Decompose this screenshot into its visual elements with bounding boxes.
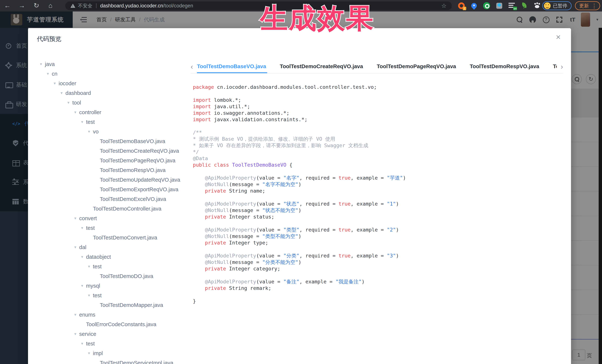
tree-node[interactable]: ▾enums [39, 310, 193, 320]
code-line: private Integer status; [193, 214, 566, 220]
caret-down-icon[interactable]: ▾ [86, 351, 91, 356]
tabs-scroll-right-icon[interactable]: › [557, 61, 563, 72]
caret-down-icon[interactable]: ▾ [80, 226, 85, 230]
file-tabs-bar: ‹ ToolTestDemoBaseVO.javaToolTestDemoCre… [191, 60, 563, 73]
tree-node[interactable]: ▾dataobject [39, 252, 193, 262]
tree-label: ToolTestDemoBaseVO.java [100, 138, 165, 144]
caret-down-icon[interactable]: ▾ [86, 264, 91, 269]
tree-leaf[interactable]: ToolTestDemoPageReqVO.java [39, 156, 193, 165]
tree-node[interactable]: ▾mysql [39, 281, 193, 291]
code-line: */ [193, 149, 566, 155]
profile-chip[interactable]: 已暂停 [542, 1, 572, 10]
tree-leaf[interactable]: ToolTestDemoDO.java [39, 271, 193, 281]
caret-down-icon[interactable]: ▾ [80, 283, 85, 288]
browser-menu-icon[interactable]: ⋮ [591, 3, 597, 9]
caret-down-icon[interactable]: ▾ [39, 62, 43, 67]
code-line: @NotNull(message = "类型不能为空") [193, 233, 566, 239]
code-line: @NotNull(message = "名字不能为空") [193, 181, 566, 187]
url-domain: dashboard.yudao.iocoder.cn [100, 3, 163, 9]
caret-down-icon[interactable]: ▾ [66, 100, 71, 105]
list-extension-icon[interactable]: on [508, 2, 516, 10]
tree-node[interactable]: ▾test [39, 117, 193, 127]
caret-down-icon[interactable]: ▾ [80, 254, 85, 259]
paw-extension-icon[interactable] [533, 2, 541, 10]
caret-down-icon[interactable]: ▾ [86, 129, 91, 134]
tree-label: vo [93, 129, 99, 135]
tree-leaf[interactable]: ToolTestDemoController.java [39, 204, 193, 214]
squares-extension-icon[interactable] [495, 2, 503, 10]
browser-update-button[interactable]: 更新 ⋮ [575, 1, 600, 10]
browser-back-icon[interactable]: ← [2, 0, 13, 11]
tab-tooltestdemobasevo-java[interactable]: ToolTestDemoBaseVO.java [197, 60, 266, 73]
tab-tooltestdemocreatereqvo-java[interactable]: ToolTestDemoCreateReqVO.java [280, 60, 363, 73]
browser-home-icon[interactable]: ⌂ [45, 0, 56, 11]
tree-leaf[interactable]: ToolTestDemoConvert.java [39, 233, 193, 242]
tree-node[interactable]: ▾convert [39, 214, 193, 223]
tree-node[interactable]: ▾java [39, 59, 193, 69]
tree-leaf[interactable]: ToolTestDemoRespVO.java [39, 165, 193, 175]
caret-down-icon[interactable]: ▾ [73, 245, 78, 250]
tree-node[interactable]: ▾vo [39, 127, 193, 136]
security-warning-icon[interactable]: ! [70, 4, 75, 8]
caret-down-icon[interactable]: ▾ [80, 341, 85, 346]
tree-node[interactable]: ▾dashboard [39, 88, 193, 98]
tree-label: test [93, 292, 102, 299]
file-tree: ▾java▾cn▾iocoder▾dashboard▾tool▾controll… [39, 59, 193, 364]
code-line: @ApiModelProperty(value = "分类", required… [193, 252, 566, 259]
tree-node[interactable]: ▾service [39, 329, 193, 339]
tab-toolte[interactable]: ToolTe [553, 60, 557, 73]
tree-label: ToolTestDemoPageReqVO.java [100, 157, 175, 164]
tree-node[interactable]: ▾test [39, 291, 193, 300]
caret-down-icon[interactable]: ▾ [73, 312, 78, 317]
screenshot-annotation: 生成效果 [257, 3, 377, 33]
tree-node[interactable]: ▾tool [39, 98, 193, 107]
caret-down-icon[interactable]: ▾ [59, 91, 64, 95]
tree-leaf[interactable]: ToolTestDemoExcelVO.java [39, 194, 193, 204]
tree-node[interactable]: ▾cn [39, 69, 193, 79]
tree-label: test [86, 225, 95, 231]
browser-reload-icon[interactable]: ↻ [31, 0, 42, 11]
tree-label: dataobject [86, 254, 111, 260]
close-icon[interactable]: × [556, 33, 561, 41]
blue-pin-extension-icon[interactable] [470, 2, 478, 10]
code-viewer: package cn.iocoder.dashboard.modules.too… [193, 84, 566, 304]
code-line: private Integer type; [193, 239, 566, 246]
tree-node[interactable]: ▾impl [39, 348, 193, 358]
caret-down-icon[interactable]: ▾ [73, 332, 78, 336]
tree-node[interactable]: ▾iocoder [39, 79, 193, 88]
caret-down-icon[interactable]: ▾ [45, 71, 50, 76]
leaf-extension-icon[interactable] [521, 2, 528, 10]
code-line: @ApiModelProperty(value = "备注", example … [193, 278, 566, 285]
tab-tooltestdemorespvo-java[interactable]: ToolTestDemoRespVO.java [470, 60, 539, 73]
bookmark-star-icon[interactable]: ☆ [441, 2, 447, 9]
caret-down-icon[interactable]: ▾ [73, 110, 78, 115]
caret-down-icon[interactable]: ▾ [80, 120, 85, 124]
tree-label: dashboard [65, 90, 91, 96]
tree-node[interactable]: ▾controller [39, 107, 193, 117]
tree-node[interactable]: ▾test [39, 223, 193, 233]
green-circle-extension-icon[interactable] [483, 2, 490, 10]
tree-node[interactable]: ▾test [39, 339, 193, 348]
tree-node[interactable]: ▾test [39, 262, 193, 271]
tree-leaf[interactable]: ToolTestDemoUpdateReqVO.java [39, 175, 193, 185]
tree-leaf[interactable]: ToolErrorCodeConstants.java [39, 320, 193, 329]
browser-forward-icon[interactable]: → [16, 0, 27, 11]
tree-leaf[interactable]: ToolTestDemoMapper.java [39, 300, 193, 310]
tree-leaf[interactable]: ToolTestDemoServiceImpl.java [39, 358, 193, 364]
extension-badge: 1 [463, 7, 466, 10]
code-line [193, 220, 566, 227]
code-line: private String remark; [193, 285, 566, 291]
tree-leaf[interactable]: ToolTestDemoCreateReqVO.java [39, 146, 193, 156]
caret-down-icon[interactable]: ▾ [86, 293, 91, 298]
tree-leaf[interactable]: ToolTestDemoBaseVO.java [39, 136, 193, 146]
code-preview-modal: 代码预览 × ▾java▾cn▾iocoder▾dashboard▾tool▾c… [28, 28, 571, 364]
tree-node[interactable]: ▾dal [39, 242, 193, 252]
tab-tooltestdemopagereqvo-java[interactable]: ToolTestDemoPageReqVO.java [377, 60, 456, 73]
caret-down-icon[interactable]: ▾ [52, 81, 57, 86]
tree-leaf[interactable]: ToolTestDemoExportReqVO.java [39, 185, 193, 194]
orange-extension-icon[interactable]: 1 [458, 2, 465, 10]
caret-down-icon[interactable]: ▾ [73, 216, 78, 221]
tabs-scroll-left-icon[interactable]: ‹ [191, 61, 197, 72]
code-line: import javax.validation.constraints.*; [193, 116, 566, 123]
tree-label: mysql [86, 283, 100, 289]
